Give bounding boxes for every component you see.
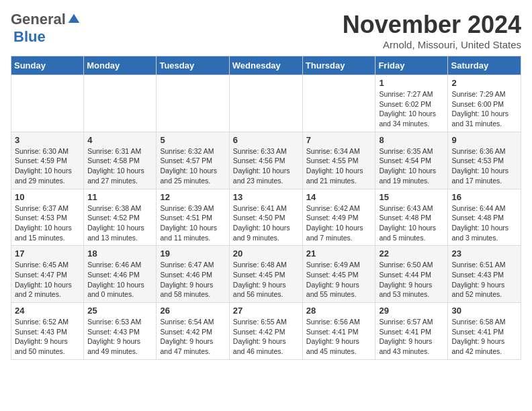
day-number: 30 [451, 306, 517, 316]
day-info: Sunrise: 6:42 AMSunset: 4:49 PMDaylight:… [306, 203, 372, 243]
day-number: 8 [379, 135, 444, 145]
day-number: 1 [379, 78, 444, 88]
day-number: 7 [306, 135, 372, 145]
calendar-cell: 16Sunrise: 6:44 AMSunset: 4:48 PMDayligh… [448, 189, 521, 246]
day-info: Sunrise: 6:45 AMSunset: 4:47 PMDaylight:… [15, 260, 80, 300]
logo-icon [67, 13, 81, 26]
day-number: 22 [379, 248, 444, 259]
day-info: Sunrise: 6:36 AMSunset: 4:53 PMDaylight:… [451, 146, 517, 186]
svg-marker-0 [69, 14, 80, 23]
day-of-week-header: Thursday [302, 56, 375, 75]
day-number: 29 [379, 306, 444, 316]
calendar-cell: 19Sunrise: 6:47 AMSunset: 4:46 PMDayligh… [157, 246, 229, 303]
calendar-cell: 24Sunrise: 6:52 AMSunset: 4:43 PMDayligh… [11, 303, 84, 360]
day-number: 10 [15, 192, 80, 202]
calendar-cell: 9Sunrise: 6:36 AMSunset: 4:53 PMDaylight… [448, 132, 521, 189]
day-of-week-header: Friday [375, 56, 448, 75]
calendar: SundayMondayTuesdayWednesdayThursdayFrid… [11, 56, 521, 360]
calendar-cell: 18Sunrise: 6:46 AMSunset: 4:46 PMDayligh… [84, 246, 157, 303]
day-info: Sunrise: 6:58 AMSunset: 4:41 PMDaylight:… [451, 317, 517, 357]
day-number: 28 [306, 306, 372, 316]
calendar-cell [157, 75, 229, 132]
day-info: Sunrise: 6:47 AMSunset: 4:46 PMDaylight:… [160, 260, 225, 300]
day-number: 3 [15, 135, 80, 145]
day-number: 9 [451, 135, 517, 145]
day-of-week-header: Sunday [11, 56, 84, 75]
day-info: Sunrise: 6:43 AMSunset: 4:48 PMDaylight:… [379, 203, 444, 243]
day-number: 19 [160, 248, 225, 259]
day-info: Sunrise: 6:48 AMSunset: 4:45 PMDaylight:… [233, 260, 299, 300]
calendar-cell [84, 75, 157, 132]
day-info: Sunrise: 6:51 AMSunset: 4:43 PMDaylight:… [451, 260, 517, 300]
day-info: Sunrise: 7:29 AMSunset: 6:00 PMDaylight:… [451, 89, 517, 129]
calendar-cell: 28Sunrise: 6:56 AMSunset: 4:41 PMDayligh… [302, 303, 375, 360]
title-block: November 2024 Arnold, Missouri, United S… [343, 11, 521, 50]
day-info: Sunrise: 6:31 AMSunset: 4:58 PMDaylight:… [87, 146, 152, 186]
calendar-cell: 17Sunrise: 6:45 AMSunset: 4:47 PMDayligh… [11, 246, 84, 303]
day-number: 20 [233, 248, 299, 259]
calendar-cell: 22Sunrise: 6:50 AMSunset: 4:44 PMDayligh… [375, 246, 448, 303]
day-number: 21 [306, 248, 372, 259]
day-info: Sunrise: 6:50 AMSunset: 4:44 PMDaylight:… [379, 260, 444, 300]
calendar-cell: 8Sunrise: 6:35 AMSunset: 4:54 PMDaylight… [375, 132, 448, 189]
day-info: Sunrise: 6:46 AMSunset: 4:46 PMDaylight:… [87, 260, 152, 300]
calendar-week-row: 24Sunrise: 6:52 AMSunset: 4:43 PMDayligh… [11, 303, 521, 360]
calendar-cell [229, 75, 302, 132]
calendar-cell: 29Sunrise: 6:57 AMSunset: 4:41 PMDayligh… [375, 303, 448, 360]
day-info: Sunrise: 6:32 AMSunset: 4:57 PMDaylight:… [160, 146, 225, 186]
calendar-cell [302, 75, 375, 132]
day-of-week-header: Tuesday [157, 56, 229, 75]
day-info: Sunrise: 6:54 AMSunset: 4:42 PMDaylight:… [160, 317, 225, 357]
calendar-cell: 1Sunrise: 7:27 AMSunset: 6:02 PMDaylight… [375, 75, 448, 132]
calendar-cell: 20Sunrise: 6:48 AMSunset: 4:45 PMDayligh… [229, 246, 302, 303]
calendar-week-row: 17Sunrise: 6:45 AMSunset: 4:47 PMDayligh… [11, 246, 521, 303]
page-header: General Blue November 2024 Arnold, Misso… [11, 11, 521, 50]
calendar-cell: 30Sunrise: 6:58 AMSunset: 4:41 PMDayligh… [448, 303, 521, 360]
logo-blue-text: Blue [13, 28, 46, 45]
day-info: Sunrise: 6:44 AMSunset: 4:48 PMDaylight:… [451, 203, 517, 243]
calendar-cell: 26Sunrise: 6:54 AMSunset: 4:42 PMDayligh… [157, 303, 229, 360]
calendar-body: 1Sunrise: 7:27 AMSunset: 6:02 PMDaylight… [11, 75, 521, 360]
calendar-week-row: 3Sunrise: 6:30 AMSunset: 4:59 PMDaylight… [11, 132, 521, 189]
day-number: 2 [451, 78, 517, 88]
calendar-cell: 15Sunrise: 6:43 AMSunset: 4:48 PMDayligh… [375, 189, 448, 246]
day-info: Sunrise: 6:37 AMSunset: 4:53 PMDaylight:… [15, 203, 80, 243]
day-number: 17 [15, 248, 80, 259]
day-info: Sunrise: 6:53 AMSunset: 4:43 PMDaylight:… [87, 317, 152, 357]
calendar-cell: 5Sunrise: 6:32 AMSunset: 4:57 PMDaylight… [157, 132, 229, 189]
day-number: 25 [87, 306, 152, 316]
calendar-week-row: 10Sunrise: 6:37 AMSunset: 4:53 PMDayligh… [11, 189, 521, 246]
day-info: Sunrise: 6:35 AMSunset: 4:54 PMDaylight:… [379, 146, 444, 186]
calendar-cell: 21Sunrise: 6:49 AMSunset: 4:45 PMDayligh… [302, 246, 375, 303]
calendar-header-row: SundayMondayTuesdayWednesdayThursdayFrid… [11, 56, 521, 75]
day-number: 4 [87, 135, 152, 145]
day-info: Sunrise: 6:56 AMSunset: 4:41 PMDaylight:… [306, 317, 372, 357]
day-number: 18 [87, 248, 152, 259]
logo-general-text: General [11, 11, 66, 28]
calendar-cell: 23Sunrise: 6:51 AMSunset: 4:43 PMDayligh… [448, 246, 521, 303]
day-number: 5 [160, 135, 225, 145]
calendar-cell [11, 75, 84, 132]
day-info: Sunrise: 6:41 AMSunset: 4:50 PMDaylight:… [233, 203, 299, 243]
day-of-week-header: Saturday [448, 56, 521, 75]
calendar-cell: 4Sunrise: 6:31 AMSunset: 4:58 PMDaylight… [84, 132, 157, 189]
calendar-cell: 11Sunrise: 6:38 AMSunset: 4:52 PMDayligh… [84, 189, 157, 246]
day-info: Sunrise: 6:30 AMSunset: 4:59 PMDaylight:… [15, 146, 80, 186]
calendar-cell: 2Sunrise: 7:29 AMSunset: 6:00 PMDaylight… [448, 75, 521, 132]
calendar-week-row: 1Sunrise: 7:27 AMSunset: 6:02 PMDaylight… [11, 75, 521, 132]
day-of-week-header: Wednesday [229, 56, 302, 75]
day-info: Sunrise: 6:55 AMSunset: 4:42 PMDaylight:… [233, 317, 299, 357]
day-number: 16 [451, 192, 517, 202]
day-info: Sunrise: 6:39 AMSunset: 4:51 PMDaylight:… [160, 203, 225, 243]
day-info: Sunrise: 6:57 AMSunset: 4:41 PMDaylight:… [379, 317, 444, 357]
day-of-week-header: Monday [84, 56, 157, 75]
calendar-cell: 3Sunrise: 6:30 AMSunset: 4:59 PMDaylight… [11, 132, 84, 189]
calendar-cell: 12Sunrise: 6:39 AMSunset: 4:51 PMDayligh… [157, 189, 229, 246]
day-number: 27 [233, 306, 299, 316]
calendar-cell: 27Sunrise: 6:55 AMSunset: 4:42 PMDayligh… [229, 303, 302, 360]
location: Arnold, Missouri, United States [343, 39, 521, 50]
day-number: 11 [87, 192, 152, 202]
calendar-cell: 25Sunrise: 6:53 AMSunset: 4:43 PMDayligh… [84, 303, 157, 360]
day-number: 24 [15, 306, 80, 316]
day-info: Sunrise: 6:52 AMSunset: 4:43 PMDaylight:… [15, 317, 80, 357]
